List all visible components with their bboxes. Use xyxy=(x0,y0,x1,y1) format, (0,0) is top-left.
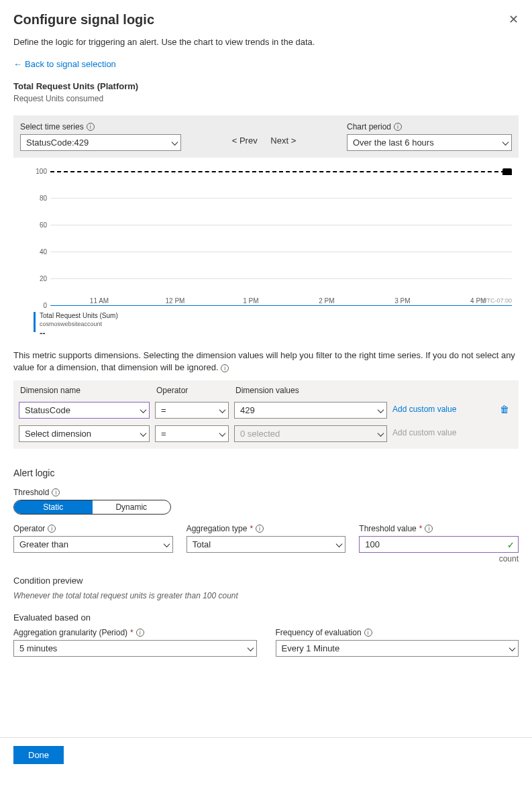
add-custom-value-link[interactable]: Add custom value xyxy=(392,405,456,414)
chart-legend: Total Request Units (Sum) cosmoswebsitea… xyxy=(34,312,519,337)
frequency-label: Frequency of evaluation xyxy=(276,628,362,637)
legend-resource: cosmoswebsiteaccount xyxy=(40,320,118,328)
close-icon[interactable]: ✕ xyxy=(509,12,519,27)
threshold-static-option[interactable]: Static xyxy=(14,500,93,514)
info-icon[interactable]: i xyxy=(136,629,144,637)
timezone-label: UTC-07:00 xyxy=(482,297,512,304)
frequency-select[interactable]: Every 1 Minute xyxy=(276,640,519,657)
x-tick: 12 PM xyxy=(166,297,185,305)
trash-icon[interactable]: 🗑 xyxy=(500,404,509,415)
page-subtitle: Define the logic for triggering an alert… xyxy=(13,37,519,47)
done-button[interactable]: Done xyxy=(13,746,64,764)
y-tick: 60 xyxy=(40,221,47,229)
threshold-dynamic-option[interactable]: Dynamic xyxy=(93,500,171,514)
dimension-name-select[interactable]: Select dimension xyxy=(19,425,150,442)
signal-title: Total Request Units (Platform) xyxy=(13,81,519,91)
threshold-value-input[interactable]: 100 xyxy=(359,536,519,553)
info-icon[interactable]: i xyxy=(221,364,229,372)
info-icon[interactable]: i xyxy=(48,525,56,533)
x-tick: 3 PM xyxy=(394,297,410,305)
y-tick: 0 xyxy=(43,302,47,309)
dim-header-name: Dimension name xyxy=(20,386,151,395)
x-tick: 2 PM xyxy=(319,297,334,305)
info-icon[interactable]: i xyxy=(256,525,264,533)
legend-value: -- xyxy=(40,329,118,337)
timeseries-select[interactable]: StatusCode:429 xyxy=(20,134,181,151)
dimension-operator-select[interactable]: = xyxy=(155,402,229,419)
info-icon[interactable]: i xyxy=(87,123,95,131)
page-title: Configure signal logic xyxy=(13,12,154,28)
y-tick: 40 xyxy=(40,248,47,256)
signal-desc: Request Units consumed xyxy=(13,94,519,103)
threshold-toggle[interactable]: Static Dynamic xyxy=(13,500,171,515)
y-tick: 80 xyxy=(40,195,47,202)
evaluated-heading: Evaluated based on xyxy=(13,612,519,623)
info-icon[interactable]: i xyxy=(425,525,433,533)
dimension-name-select[interactable]: StatusCode xyxy=(19,402,150,419)
granularity-select[interactable]: 5 minutes xyxy=(13,640,257,657)
series-line xyxy=(50,305,512,306)
threshold-line xyxy=(50,171,512,172)
condition-preview-label: Condition preview xyxy=(13,576,519,586)
operator-label: Operator xyxy=(13,524,45,533)
info-icon[interactable]: i xyxy=(394,123,402,131)
dim-header-values: Dimension values xyxy=(235,386,513,395)
threshold-marker xyxy=(502,168,512,175)
threshold-label: Threshold xyxy=(13,488,49,497)
chart-period-select[interactable]: Over the last 6 hours xyxy=(347,134,512,151)
x-tick: 1 PM xyxy=(243,297,258,305)
check-icon: ✓ xyxy=(507,540,515,550)
chart-period-label: Chart period xyxy=(347,122,391,131)
dimension-note: This metric supports dimensions. Selecti… xyxy=(13,350,515,372)
operator-select[interactable]: Greater than xyxy=(13,536,173,553)
threshold-value-label: Threshold value xyxy=(359,524,416,533)
alert-logic-heading: Alert logic xyxy=(13,468,519,478)
dimension-value-select[interactable]: 429 xyxy=(234,402,387,419)
aggregation-type-label: Aggregation type xyxy=(187,524,248,533)
legend-series: Total Request Units (Sum) xyxy=(40,312,118,320)
back-link-label: Back to signal selection xyxy=(25,59,116,69)
aggregation-type-select[interactable]: Total xyxy=(187,536,346,553)
threshold-unit: count xyxy=(359,554,519,564)
add-custom-value-disabled: Add custom value xyxy=(392,428,456,437)
dimension-operator-select[interactable]: = xyxy=(155,425,229,442)
back-link[interactable]: ← Back to signal selection xyxy=(13,59,116,69)
granularity-label: Aggregation granularity (Period) xyxy=(13,628,127,637)
timeseries-label: Select time series xyxy=(20,122,84,131)
x-tick: 11 AM xyxy=(90,297,109,305)
condition-preview-text: Whenever the total total request units i… xyxy=(13,591,519,600)
y-tick: 20 xyxy=(40,275,47,282)
info-icon[interactable]: i xyxy=(364,629,372,637)
info-icon[interactable]: i xyxy=(52,488,60,496)
y-tick: 100 xyxy=(36,168,47,175)
next-button[interactable]: Next > xyxy=(265,136,301,146)
metric-chart: 100 80 60 40 20 0 11 AM 12 PM 1 PM 2 PM … xyxy=(13,171,519,305)
prev-button[interactable]: < Prev xyxy=(227,136,263,146)
arrow-left-icon: ← xyxy=(13,59,22,69)
dimension-value-select[interactable]: 0 selected xyxy=(234,425,387,442)
dim-header-operator: Operator xyxy=(156,386,230,395)
